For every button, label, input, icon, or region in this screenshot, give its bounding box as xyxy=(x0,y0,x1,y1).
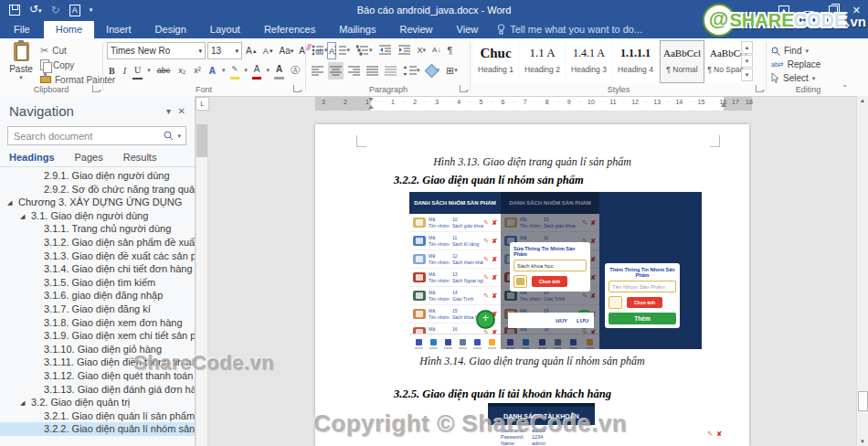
line-spacing-button[interactable]: ▾ xyxy=(401,62,422,80)
delete-icon[interactable]: ✘ xyxy=(716,430,722,438)
tab-home[interactable]: Home xyxy=(44,21,94,38)
nav-heading-item[interactable]: ◢3.1.3. Giao diện đề xuất các sản phẩm xyxy=(0,250,195,263)
tab-insert[interactable]: Insert xyxy=(94,21,143,38)
tab-design[interactable]: Design xyxy=(143,21,198,38)
nav-pane-options-icon[interactable]: ▾ xyxy=(166,106,171,116)
styles-more-icon[interactable]: ▼ xyxy=(741,69,753,81)
nav-heading-item[interactable]: ◢3.1.6. giao diện đăng nhập xyxy=(0,289,195,303)
nav-heading-item[interactable]: ◢3.2.1. Giao diện quản lí sản phẩm xyxy=(0,409,195,423)
style-heading-2[interactable]: 1.1 AHeading 2 xyxy=(520,40,565,83)
find-button[interactable]: Find▾ xyxy=(771,44,820,58)
edit-icon[interactable]: ✎ xyxy=(483,219,489,227)
nav-tab-pages[interactable]: Pages xyxy=(75,149,103,166)
group-list-item[interactable]: Mã:14Tên nhóm:Giáo Trình✎✘ xyxy=(409,287,501,305)
group-name-input[interactable]: Tên Nhóm Sản Phẩm xyxy=(609,281,676,292)
indent-markers[interactable] xyxy=(368,98,375,109)
choose-image-button[interactable]: Chọn ảnh xyxy=(532,276,567,287)
styles-scroll-up-icon[interactable]: ▲ xyxy=(741,41,753,54)
search-input[interactable]: Search document ▾ xyxy=(7,126,186,145)
scroll-down-icon[interactable]: ▼ xyxy=(858,439,867,444)
font-dialog-launcher-icon[interactable] xyxy=(293,85,301,92)
nav-heading-item[interactable]: ◢2.9.1. Giao diện người dùng xyxy=(0,169,195,183)
subscript-button[interactable]: x₂ xyxy=(176,63,187,79)
styles-dialog-launcher-icon[interactable] xyxy=(756,85,763,92)
scrollbar-thumb[interactable] xyxy=(858,391,868,411)
select-button[interactable]: Select▾ xyxy=(771,71,820,85)
styles-scroll-down-icon[interactable]: ▼ xyxy=(741,55,753,68)
edit-icon[interactable]: ✎ xyxy=(483,274,489,281)
underline-button[interactable]: U xyxy=(132,62,143,80)
nav-tab-results[interactable]: Results xyxy=(123,149,157,166)
image-thumbnail[interactable] xyxy=(609,296,622,309)
style-heading-4[interactable]: 1.1.1.1Heading 4 xyxy=(613,40,658,83)
nav-heading-item[interactable]: ◢3.1.2. Giao diện sản phẩm đề xuất xyxy=(0,236,195,250)
bottom-nav-icon[interactable] xyxy=(416,339,422,345)
vertical-ruler[interactable] xyxy=(196,124,208,446)
justify-button[interactable] xyxy=(365,62,380,80)
distribute-button[interactable] xyxy=(383,62,398,80)
shading-button[interactable]: A xyxy=(274,61,284,80)
document-page[interactable]: Hình 3.13. Giao diện trang quản lí sản p… xyxy=(315,124,749,446)
bottom-nav-icon[interactable] xyxy=(460,339,466,345)
style-heading-1[interactable]: ChucHeading 1 xyxy=(473,40,518,83)
tab-mailings[interactable]: Mailings xyxy=(327,21,387,38)
nav-heading-item[interactable]: ◢3.1.9. Giao diện xem chi tiết sản phẩm xyxy=(0,329,195,343)
tab-view[interactable]: View xyxy=(445,21,491,38)
nav-heading-item[interactable]: ◢3.1.1. Trang chủ người dùng xyxy=(0,222,195,236)
phone-bottom-nav[interactable] xyxy=(409,334,501,349)
group-list-item[interactable]: Mã:11Tên nhóm:Sách kĩ năng✎✘ xyxy=(409,232,501,250)
strikethrough-button[interactable]: abc xyxy=(155,63,173,79)
delete-icon[interactable]: ✘ xyxy=(492,256,497,263)
collapse-triangle-icon[interactable]: ◢ xyxy=(20,397,31,409)
bold-button[interactable]: B xyxy=(107,63,117,79)
nav-heading-item[interactable]: ◢3.2. Giao diện quản trị xyxy=(0,396,195,409)
style--normal[interactable]: AaBbCcl¶ Normal xyxy=(660,40,704,83)
add-group-fab[interactable]: + xyxy=(476,310,495,329)
delete-icon[interactable]: ✘ xyxy=(492,292,497,300)
paragraph-dialog-launcher-icon[interactable] xyxy=(460,85,467,92)
style-heading-3[interactable]: 1.4.1 AHeading 3 xyxy=(566,40,611,83)
change-case-button[interactable]: Aa▾ xyxy=(278,43,296,58)
delete-icon[interactable]: ✘ xyxy=(492,274,497,281)
edit-icon[interactable]: ✎ xyxy=(483,238,489,245)
enclose-characters-button[interactable]: Ⓐ xyxy=(289,63,302,79)
paste-button[interactable]: Paste ▾ xyxy=(5,42,37,81)
superscript-button[interactable]: x² xyxy=(192,63,203,79)
text-effects-button[interactable]: A xyxy=(207,63,217,79)
numbering-button[interactable]: ▾ xyxy=(333,41,353,58)
group-list-item[interactable]: Mã:13Tên nhóm:Sách Ngoại ngữ✎✘ xyxy=(409,269,501,287)
nav-heading-item[interactable]: ◢3.1.5. Giao diện tìm kiếm xyxy=(0,276,195,290)
nav-heading-item[interactable]: ◢3.1.8. Giao diện xem đơn hàng xyxy=(0,316,195,330)
delete-icon[interactable]: ✘ xyxy=(492,238,497,245)
nav-heading-item[interactable]: ◢2.9.2. Sơ đồ chức năng trang quản trị xyxy=(0,183,195,196)
increase-indent-button[interactable] xyxy=(397,41,413,58)
styles-gallery-scroll[interactable]: ▲ ▼ ▼ xyxy=(741,41,753,81)
collapse-triangle-icon[interactable]: ◢ xyxy=(7,196,18,209)
bottom-nav-icon[interactable] xyxy=(445,339,451,345)
tab-file[interactable]: File xyxy=(0,21,44,38)
scroll-up-icon[interactable]: ▲ xyxy=(858,98,867,103)
image-thumbnail[interactable] xyxy=(513,275,527,288)
align-right-button[interactable] xyxy=(346,62,362,80)
collapse-ribbon-icon[interactable]: ⌃ xyxy=(842,84,848,92)
show-hide-pilcrow-button[interactable]: ¶ xyxy=(445,41,454,58)
search-options-icon[interactable]: ▾ xyxy=(177,133,181,140)
align-left-button[interactable] xyxy=(310,62,325,80)
nav-heading-item[interactable]: ◢Chương 3. XÂY DỰNG ỨNG DỤNG xyxy=(0,196,195,209)
bullets-button[interactable]: ▾ xyxy=(310,41,330,58)
vertical-scrollbar[interactable]: ▲ ▼ xyxy=(856,96,868,446)
save-button[interactable]: LƯU xyxy=(577,318,588,324)
nav-heading-item[interactable]: ◢3.1.13. Giao diện đánh giá đơn hàng xyxy=(0,383,195,397)
clipboard-dialog-launcher-icon[interactable] xyxy=(92,85,100,92)
nav-tab-headings[interactable]: Headings xyxy=(9,149,55,166)
align-center-button[interactable] xyxy=(328,62,344,80)
tab-stop-selector[interactable]: L xyxy=(196,97,209,111)
group-list-item[interactable]: Mã:10Tên nhóm:Sách giáo khoa✎✘ xyxy=(409,214,501,232)
shrink-font-button[interactable]: A▼ xyxy=(261,43,276,58)
group-list-item[interactable]: Mã:12Tên nhóm:Sách tham khảo✎✘ xyxy=(409,250,501,269)
search-icon[interactable] xyxy=(164,131,174,141)
add-button[interactable]: Thêm xyxy=(609,313,676,324)
replace-button[interactable]: ab⇄ Replace xyxy=(771,58,820,71)
tab-layout[interactable]: Layout xyxy=(198,21,252,38)
cancel-button[interactable]: HỦY xyxy=(556,318,567,324)
